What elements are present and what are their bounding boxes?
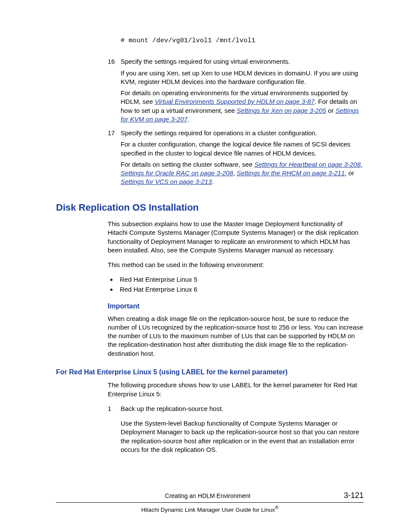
page-number: 3-121 bbox=[333, 490, 364, 501]
xref-link[interactable]: Settings for Oracle RAC on page 3-208 bbox=[121, 169, 233, 177]
footer-chapter: Creating an HDLM Environment bbox=[82, 492, 333, 500]
xref-link[interactable]: Settings for Heartbeat on page 3-208 bbox=[254, 161, 361, 168]
step-number: 17. bbox=[108, 129, 121, 189]
code-line: # mount /dev/vg01/lvol1 /mnt/lvol1 bbox=[121, 37, 364, 45]
list-item: 17. Specify the settings required for op… bbox=[108, 129, 364, 189]
step-paragraph: Use the System-level Backup functionalit… bbox=[121, 419, 364, 454]
subsection-heading: For Red Hat Enterprise Linux 5 (using LA… bbox=[56, 367, 364, 377]
paragraph: When creating a disk image file on the r… bbox=[108, 314, 364, 358]
document-page: # mount /dev/vg01/lvol1 /mnt/lvol1 16. S… bbox=[0, 0, 411, 532]
paragraph: This method can be used in the following… bbox=[108, 261, 364, 269]
step-number: 1. bbox=[108, 404, 121, 460]
paragraph: The following procedure shows how to use… bbox=[108, 381, 364, 398]
section-heading: Disk Replication OS Installation bbox=[56, 201, 364, 214]
xref-link[interactable]: Settings for VCS on page 3-213 bbox=[121, 178, 212, 185]
important-heading: Important bbox=[108, 302, 364, 311]
step-number: 16. bbox=[108, 57, 121, 126]
xref-link[interactable]: Settings for Xen on page 3-205 bbox=[237, 107, 326, 114]
page-footer: Creating an HDLM Environment 3-121 Hitac… bbox=[56, 490, 364, 514]
list-item: 1. Back up the replication-source host. … bbox=[108, 404, 364, 460]
step-lead: Specify the settings required for operat… bbox=[121, 129, 364, 137]
step-paragraph: For details on operating environments fo… bbox=[121, 89, 364, 124]
xref-link[interactable]: Settings for the RHCM on page 3-211 bbox=[237, 169, 345, 177]
section-body: This subsection explains how to use the … bbox=[108, 220, 364, 358]
list-item: Red Hat Enterprise Linux 6 bbox=[117, 285, 364, 294]
subsection-body: The following procedure shows how to use… bbox=[108, 381, 364, 460]
step-paragraph: For details on setting the cluster softw… bbox=[121, 160, 364, 187]
ordered-list-a: 16. Specify the settings required for us… bbox=[108, 57, 364, 189]
step-paragraph: If you are using Xen, set up Xen to use … bbox=[121, 69, 364, 87]
step-paragraph: For a cluster configuration, change the … bbox=[121, 140, 364, 158]
list-item: Red Hat Enterprise Linux 5 bbox=[117, 275, 364, 284]
bullet-list: Red Hat Enterprise Linux 5 Red Hat Enter… bbox=[108, 275, 364, 294]
registered-mark: ® bbox=[275, 505, 278, 510]
list-item: 16. Specify the settings required for us… bbox=[108, 57, 364, 126]
footer-title: Hitachi Dynamic Link Manager User Guide … bbox=[56, 503, 364, 514]
step-lead: Specify the settings required for using … bbox=[121, 57, 364, 66]
paragraph: This subsection explains how to use the … bbox=[108, 220, 364, 255]
xref-link[interactable]: Virtual Environments Supported by HDLM o… bbox=[155, 98, 314, 105]
step-lead: Back up the replication-source host. bbox=[121, 404, 364, 413]
